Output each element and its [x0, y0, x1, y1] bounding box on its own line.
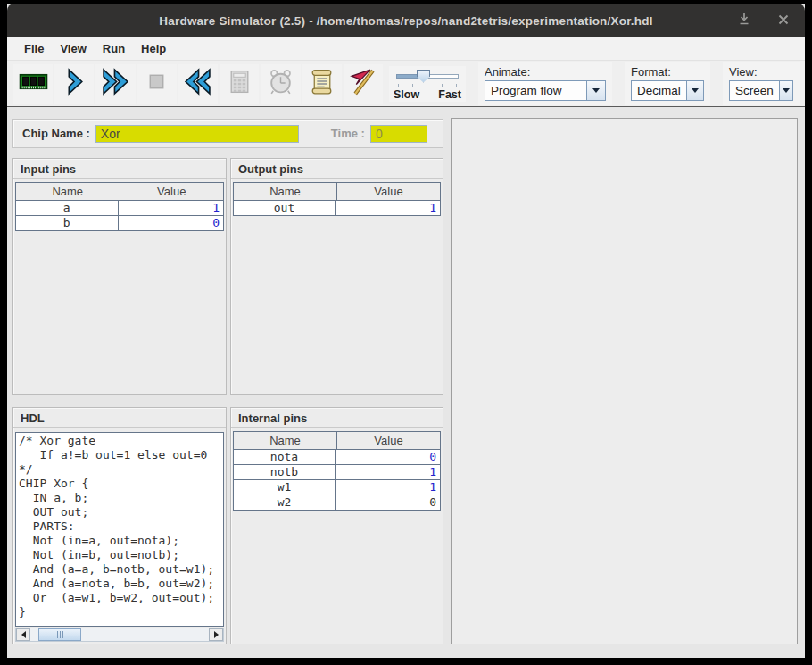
slow-label: Slow — [394, 88, 419, 101]
internal-pins-title: Internal pins — [231, 408, 443, 428]
title-bar[interactable]: Hardware Simulator (2.5) - /home/thomas/… — [7, 4, 805, 37]
internal-pins-table: Name Value nota 0 notb 1 w1 1 w2 0 — [233, 431, 441, 511]
chip-name-field[interactable]: Xor — [95, 125, 299, 143]
view-script-button[interactable] — [302, 64, 342, 104]
time-label: Time : — [331, 127, 365, 140]
code-line: IN a, b; — [19, 491, 220, 505]
scroll-right-button[interactable] — [209, 628, 223, 641]
pin-value: 0 — [335, 495, 440, 510]
slider-thumb[interactable] — [417, 70, 430, 83]
time-field: 0 — [370, 125, 427, 143]
memory-chip-icon — [19, 67, 48, 100]
column-header-name: Name — [234, 183, 336, 200]
pin-value: 0 — [335, 450, 440, 464]
alarm-clock-icon — [266, 67, 295, 100]
horizontal-scrollbar[interactable] — [15, 628, 224, 642]
pin-value[interactable]: 0 — [118, 216, 224, 230]
column-header-value: Value — [336, 183, 440, 200]
chip-name-bar: Chip Name : Xor Time : 0 — [12, 119, 443, 148]
menu-file[interactable]: File — [16, 39, 52, 58]
view-select[interactable]: Screen — [729, 80, 793, 101]
grip-icon — [57, 631, 63, 638]
format-select[interactable]: Decimal — [631, 80, 704, 101]
pin-name: out — [234, 201, 335, 215]
close-button[interactable] — [776, 13, 791, 28]
table-row: b 0 — [16, 216, 223, 231]
table-row: a 1 — [16, 201, 223, 216]
stop-button[interactable] — [137, 64, 177, 104]
chevron-right-icon — [60, 67, 89, 100]
app-window: Hardware Simulator (2.5) - /home/thomas/… — [7, 4, 805, 658]
format-group: Format: Decimal — [625, 62, 710, 105]
pin-value: 1 — [335, 201, 440, 215]
column-header-value: Value — [120, 183, 224, 200]
minimize-button[interactable] — [737, 13, 751, 28]
speed-slider[interactable] — [396, 70, 459, 82]
scrollbar-thumb[interactable] — [38, 628, 81, 641]
calculator-icon — [225, 67, 254, 100]
chevron-down-icon — [592, 88, 600, 93]
slider-ticks — [398, 84, 457, 87]
pin-value[interactable]: 1 — [118, 201, 224, 215]
chevron-down-icon — [783, 88, 790, 93]
column-header-name: Name — [234, 432, 336, 449]
code-line: CHIP Xor { — [19, 477, 220, 491]
window-controls — [737, 4, 791, 37]
run-button[interactable] — [95, 64, 135, 104]
fast-label: Fast — [438, 88, 461, 101]
code-line: */ — [19, 462, 220, 477]
table-row: nota 0 — [234, 450, 440, 465]
output-pins-panel: Output pins Name Value out 1 — [230, 158, 443, 395]
code-line: Or (a=w1, b=w2, out=out); — [19, 591, 220, 605]
hdl-code-view[interactable]: /* Xor gate If a!=b out=1 else out=0 */ … — [15, 432, 224, 627]
hdl-panel: HDL /* Xor gate If a!=b out=1 else out=0… — [12, 407, 227, 644]
table-row: w1 1 — [234, 480, 440, 495]
view-dropdown-button[interactable] — [779, 81, 792, 100]
animate-label: Animate: — [485, 65, 606, 79]
internal-pins-panel: Internal pins Name Value nota 0 notb 1 w… — [230, 407, 443, 644]
chevron-down-icon — [692, 88, 699, 93]
speed-slider-group: Slow Fast — [389, 66, 466, 102]
calculator-button[interactable] — [220, 64, 259, 104]
output-pins-table: Name Value out 1 — [233, 182, 441, 216]
pin-name: b — [16, 216, 118, 230]
code-line: OUT out; — [19, 505, 220, 520]
load-chip-button[interactable] — [13, 64, 53, 104]
reset-button[interactable] — [178, 64, 218, 104]
double-chevron-right-icon — [101, 67, 130, 100]
menu-view[interactable]: View — [52, 39, 94, 58]
animate-select[interactable]: Program flow — [485, 80, 606, 101]
script-scroll-icon — [307, 67, 336, 100]
code-line: } — [19, 605, 220, 619]
menu-bar: File View Run Help — [7, 37, 805, 61]
view-value: Screen — [730, 81, 779, 100]
code-line: Not (in=b, out=notb); — [19, 548, 220, 562]
code-line: /* Xor gate — [19, 434, 220, 448]
pin-value: 1 — [335, 465, 440, 479]
minimize-icon — [738, 12, 750, 29]
pin-name: w1 — [234, 480, 335, 495]
single-step-button[interactable] — [54, 64, 94, 104]
menu-run[interactable]: Run — [95, 39, 133, 58]
code-line: Not (in=a, out=nota); — [19, 534, 220, 548]
code-line: And (a=a, b=notb, out=w1); — [19, 562, 220, 577]
input-pins-table: Name Value a 1 b 0 — [15, 182, 224, 231]
pin-name: nota — [234, 450, 335, 464]
triangle-right-icon — [214, 631, 219, 638]
scrollbar-track[interactable] — [30, 628, 209, 641]
format-value: Decimal — [632, 81, 686, 100]
breakpoints-button[interactable] — [344, 64, 383, 104]
animate-dropdown-button[interactable] — [586, 81, 605, 100]
table-row: notb 1 — [234, 465, 440, 480]
format-label: Format: — [631, 65, 704, 79]
window-title: Hardware Simulator (2.5) - /home/thomas/… — [159, 14, 652, 28]
format-dropdown-button[interactable] — [686, 81, 703, 100]
pin-value: 1 — [335, 480, 440, 495]
stop-square-icon — [142, 67, 171, 100]
pin-name: w2 — [234, 495, 335, 510]
hdl-title: HDL — [13, 408, 226, 428]
close-icon — [778, 12, 789, 29]
menu-help[interactable]: Help — [133, 39, 174, 58]
scroll-left-button[interactable] — [16, 628, 30, 641]
clock-button[interactable] — [261, 64, 300, 104]
